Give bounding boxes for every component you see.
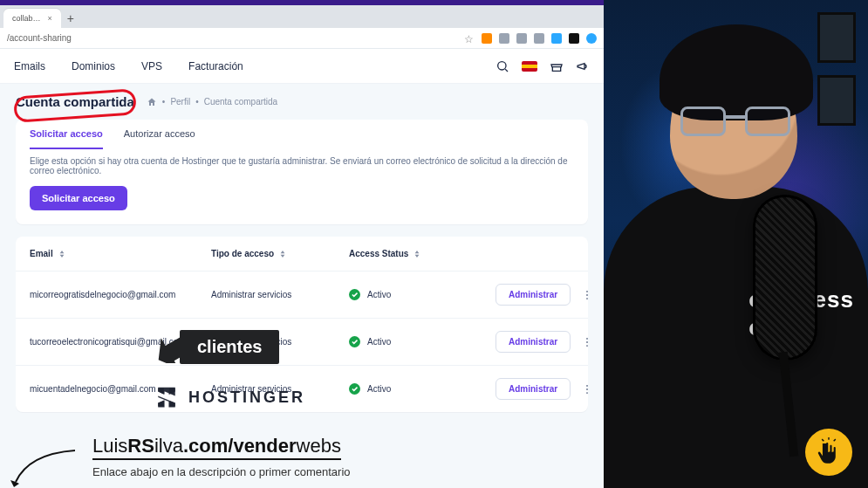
cta-url: LuisRSilva.com/venderwebs bbox=[92, 435, 341, 460]
breadcrumb: • Perfil • Cuenta compartida bbox=[147, 97, 277, 107]
svg-point-4 bbox=[586, 337, 588, 339]
cell-email: micorreogratisdelnegocio@gmail.com bbox=[30, 290, 204, 299]
row-menu-button[interactable] bbox=[579, 380, 595, 399]
cell-email: tucorreoelectronicogratisqui@gmail.com bbox=[30, 337, 204, 347]
hostinger-wordmark: HOSTINGER bbox=[188, 388, 305, 407]
browser-window: collab… × + /account-sharing ☆ Emails Do… bbox=[0, 0, 604, 488]
flag-es-icon[interactable] bbox=[522, 61, 537, 72]
row-menu-button[interactable] bbox=[579, 285, 595, 305]
nav-dominios[interactable]: Dominios bbox=[72, 60, 115, 72]
svg-point-3 bbox=[586, 298, 588, 299]
ext-icon-7[interactable] bbox=[586, 33, 597, 44]
tab-title: collab… bbox=[12, 14, 41, 23]
svg-point-7 bbox=[586, 384, 588, 386]
click-hand-icon bbox=[805, 429, 852, 476]
url-icons: ☆ bbox=[464, 33, 597, 44]
hostinger-logo: HOSTINGER bbox=[155, 386, 305, 409]
url-bar[interactable]: /account-sharing ☆ bbox=[0, 28, 604, 49]
sort-icon bbox=[58, 251, 65, 258]
shirt-text: ordPress org EST. 2003 bbox=[748, 288, 854, 339]
nav-vps[interactable]: VPS bbox=[141, 60, 162, 72]
tab-description: Elige esta opción si hay otra cuenta de … bbox=[16, 149, 588, 175]
nav-emails[interactable]: Emails bbox=[14, 60, 45, 72]
cta-sub: Enlace abajo en la descripción o primer … bbox=[92, 465, 351, 478]
cta-arrow-icon bbox=[7, 447, 77, 487]
page-title: Cuenta compartida bbox=[16, 94, 134, 109]
sort-icon bbox=[413, 251, 420, 258]
administrar-button[interactable]: Administrar bbox=[496, 284, 571, 306]
col-email[interactable]: Email bbox=[30, 249, 204, 258]
row-menu-button[interactable] bbox=[579, 333, 595, 352]
ext-icon-1[interactable] bbox=[482, 33, 492, 44]
status-check-icon bbox=[349, 383, 360, 395]
browser-tabbar: collab… × + bbox=[0, 5, 604, 28]
svg-point-9 bbox=[586, 392, 588, 394]
svg-point-2 bbox=[586, 294, 588, 296]
nav-facturacion[interactable]: Facturación bbox=[188, 60, 243, 72]
svg-point-6 bbox=[586, 345, 588, 347]
tab-autorizar-acceso[interactable]: Autorizar acceso bbox=[124, 128, 195, 149]
annotation-label-clientes: clientes bbox=[180, 330, 279, 364]
crumb-current: Cuenta compartida bbox=[204, 97, 278, 107]
top-nav: Emails Dominios VPS Facturación bbox=[0, 49, 604, 84]
home-icon[interactable] bbox=[147, 97, 157, 107]
url-text: /account-sharing bbox=[7, 33, 464, 43]
svg-point-0 bbox=[498, 61, 506, 69]
status-check-icon bbox=[349, 336, 360, 347]
table-row: micorreogratisdelnegocio@gmail.com Admin… bbox=[16, 271, 588, 318]
administrar-button[interactable]: Administrar bbox=[496, 378, 571, 400]
svg-point-8 bbox=[586, 388, 588, 390]
webcam-panel: ordPress org EST. 2003 bbox=[604, 0, 868, 488]
cell-status: Activo bbox=[349, 383, 489, 395]
cell-status: Activo bbox=[349, 336, 489, 347]
hostinger-mark-icon bbox=[155, 386, 178, 409]
table-head: Email Tipo de acceso Access Status bbox=[16, 237, 588, 271]
sort-icon bbox=[279, 251, 286, 258]
table-row: tucorreoelectronicogratisqui@gmail.com A… bbox=[16, 318, 588, 365]
tab-solicitar-acceso[interactable]: Solicitar acceso bbox=[30, 128, 103, 149]
administrar-button[interactable]: Administrar bbox=[496, 331, 571, 353]
svg-point-1 bbox=[586, 290, 588, 292]
svg-point-5 bbox=[586, 341, 588, 343]
crumb-profile[interactable]: Perfil bbox=[170, 97, 190, 107]
col-status[interactable]: Access Status bbox=[349, 249, 489, 258]
ext-icon-6[interactable] bbox=[569, 33, 579, 44]
browser-tab[interactable]: collab… × bbox=[3, 9, 61, 28]
col-tipo[interactable]: Tipo de acceso bbox=[211, 249, 342, 258]
presenter bbox=[604, 16, 868, 488]
request-card: Solicitar acceso Autorizar acceso Elige … bbox=[16, 120, 588, 224]
close-tab-icon[interactable]: × bbox=[48, 14, 52, 23]
cta-link: LuisRSilva.com/venderwebs Enlace abajo e… bbox=[92, 435, 351, 478]
ext-icon-2[interactable] bbox=[499, 33, 509, 44]
search-icon[interactable] bbox=[496, 59, 509, 73]
megaphone-icon[interactable] bbox=[576, 59, 590, 73]
store-icon[interactable] bbox=[550, 59, 564, 73]
page-content: Cuenta compartida • Perfil • Cuenta comp… bbox=[0, 84, 604, 428]
tabs: Solicitar acceso Autorizar acceso bbox=[16, 120, 588, 149]
new-tab-button[interactable]: + bbox=[61, 9, 80, 28]
cell-type: Administrar servicios bbox=[211, 290, 342, 299]
status-check-icon bbox=[349, 289, 360, 300]
bookmark-star-icon[interactable]: ☆ bbox=[464, 33, 475, 44]
ext-icon-4[interactable] bbox=[534, 33, 544, 44]
ext-icon-5[interactable] bbox=[551, 33, 562, 44]
solicitar-acceso-button[interactable]: Solicitar acceso bbox=[30, 186, 127, 210]
ext-icon-3[interactable] bbox=[516, 33, 527, 44]
cell-status: Activo bbox=[349, 289, 489, 300]
